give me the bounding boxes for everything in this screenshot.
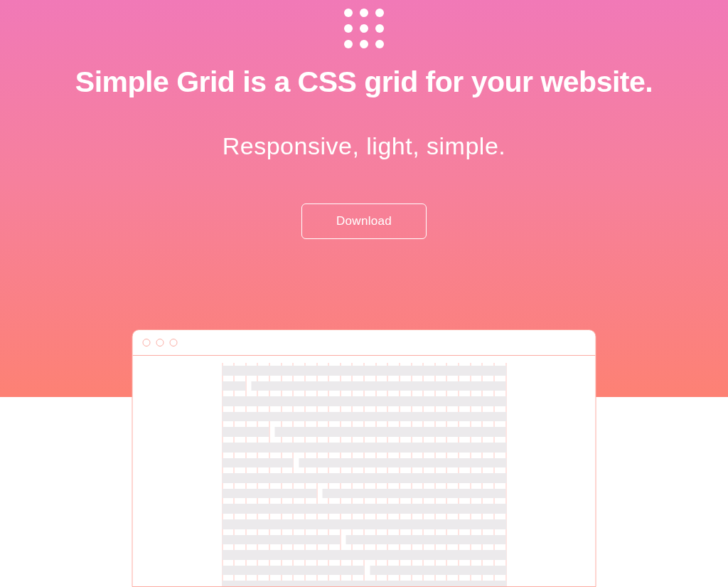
- page: Simple Grid is a CSS grid for your websi…: [0, 0, 728, 587]
- download-button[interactable]: Download: [301, 203, 427, 239]
- logo-dot: [344, 40, 353, 48]
- row-segment: [222, 581, 506, 587]
- row-segment: [370, 566, 506, 576]
- row-segment: [222, 381, 245, 391]
- content-row: [222, 473, 506, 483]
- row-segment: [222, 519, 506, 529]
- row-segment: [222, 489, 316, 499]
- logo-dot: [344, 24, 353, 33]
- row-segment: [222, 458, 293, 468]
- content-row: [222, 489, 506, 499]
- row-segment: [222, 535, 341, 545]
- row-gap: [316, 489, 322, 499]
- logo-dot: [360, 40, 368, 48]
- logo-dot: [375, 24, 384, 33]
- content-row: [222, 581, 506, 587]
- browser-mockup: [132, 329, 596, 587]
- grid-illustration: [222, 363, 506, 587]
- logo-dot: [360, 24, 368, 33]
- row-segment: [222, 566, 364, 576]
- row-segment: [222, 550, 506, 560]
- row-segment: [222, 443, 506, 453]
- content-row: [222, 366, 506, 376]
- row-segment: [346, 535, 506, 545]
- hero-subhead: Responsive, light, simple.: [0, 132, 728, 160]
- logo-dot: [375, 9, 384, 17]
- logo-dot: [375, 40, 384, 48]
- grid-logo-icon: [344, 9, 384, 48]
- row-segment: [275, 427, 506, 437]
- content-rows: [222, 363, 506, 587]
- hero-headline: Simple Grid is a CSS grid for your websi…: [0, 65, 728, 99]
- content-row: [222, 519, 506, 529]
- logo-dot: [344, 9, 353, 17]
- row-gap: [364, 566, 370, 576]
- row-gap: [293, 458, 299, 468]
- row-segment: [322, 489, 506, 499]
- content-row: [222, 458, 506, 468]
- browser-titlebar: [133, 330, 596, 356]
- row-segment: [299, 458, 506, 468]
- content-row: [222, 427, 506, 437]
- content-row: [222, 504, 506, 514]
- content-row: [222, 381, 506, 391]
- row-segment: [251, 381, 506, 391]
- row-segment: [222, 473, 506, 483]
- row-segment: [222, 396, 506, 406]
- window-button-icon: [143, 339, 151, 347]
- content-row: [222, 566, 506, 576]
- content-row: [222, 443, 506, 453]
- row-segment: [222, 366, 506, 376]
- row-segment: [222, 412, 506, 422]
- content-row: [222, 396, 506, 406]
- row-gap: [245, 381, 251, 391]
- window-button-icon: [170, 339, 178, 347]
- content-row: [222, 535, 506, 545]
- row-gap: [269, 427, 275, 437]
- window-button-icon: [156, 339, 164, 347]
- row-segment: [222, 504, 506, 514]
- row-gap: [341, 535, 346, 545]
- row-segment: [222, 427, 269, 437]
- content-row: [222, 412, 506, 422]
- logo-dot: [360, 9, 368, 17]
- content-row: [222, 550, 506, 560]
